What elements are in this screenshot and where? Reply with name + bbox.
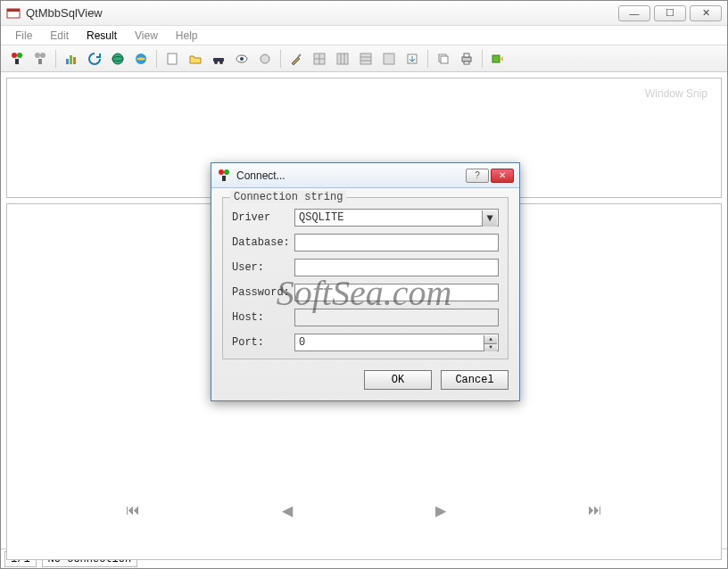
svg-rect-37 [492, 55, 500, 62]
menu-help[interactable]: Help [167, 28, 207, 44]
password-label: Password: [232, 286, 294, 299]
copy-icon[interactable] [433, 48, 454, 70]
dialog-button-row: OK Cancel [222, 370, 509, 390]
svg-rect-34 [462, 57, 471, 62]
svg-rect-7 [38, 59, 42, 64]
grid4-icon[interactable] [378, 48, 400, 70]
toolbar-separator [156, 50, 157, 68]
svg-rect-9 [70, 55, 72, 64]
user-label: User: [232, 261, 294, 274]
connection-groupbox: Connection string Driver QSQLITE ▼ Datab… [222, 197, 509, 359]
dialog-close-button[interactable]: ✕ [491, 169, 514, 183]
menu-view[interactable]: View [126, 28, 167, 44]
last-page-icon[interactable]: ⏭ [588, 502, 602, 518]
host-label: Host: [232, 311, 294, 324]
prev-page-icon[interactable]: ◀ [282, 502, 293, 519]
toolbar [1, 45, 727, 72]
tools-icon[interactable] [285, 48, 307, 70]
stop-icon[interactable] [254, 48, 276, 70]
password-input[interactable] [294, 284, 499, 301]
svg-rect-10 [73, 57, 76, 64]
run-icon[interactable] [487, 48, 509, 70]
toolbar-separator [482, 50, 483, 68]
connect-icon[interactable] [6, 48, 28, 70]
grid2-icon[interactable] [332, 48, 353, 70]
svg-point-11 [112, 54, 123, 64]
car-icon[interactable] [208, 48, 229, 70]
app-icon [6, 6, 21, 21]
titlebar: QtMbbSqlView — ☐ ✕ [1, 1, 727, 26]
svg-point-16 [214, 61, 218, 64]
driver-label: Driver [232, 211, 294, 224]
ie-icon[interactable] [130, 48, 152, 70]
user-input[interactable] [294, 259, 499, 276]
svg-rect-1 [7, 9, 20, 12]
svg-rect-4 [15, 59, 19, 64]
next-page-icon[interactable]: ▶ [435, 502, 446, 519]
refresh-icon[interactable] [84, 48, 105, 70]
cancel-button[interactable]: Cancel [441, 370, 509, 390]
svg-point-39 [224, 169, 229, 175]
svg-rect-14 [168, 54, 177, 64]
groupbox-legend: Connection string [230, 191, 346, 203]
svg-rect-27 [360, 54, 371, 64]
toolbar-separator [427, 50, 428, 68]
port-value: 0 [299, 336, 305, 349]
svg-rect-33 [441, 56, 448, 63]
dialog-body: Connection string Driver QSQLITE ▼ Datab… [211, 188, 519, 400]
grid3-icon[interactable] [355, 48, 376, 70]
traffic-light-icon [217, 169, 231, 183]
dialog-titlebar: Connect... ? ✕ [211, 163, 519, 188]
maximize-button[interactable]: ☐ [654, 5, 686, 21]
database-label: Database: [232, 236, 294, 249]
globe-icon[interactable] [107, 48, 128, 70]
menu-result[interactable]: Result [78, 28, 126, 44]
document-icon[interactable] [161, 48, 183, 70]
svg-rect-8 [66, 59, 69, 64]
first-page-icon[interactable]: ⏮ [126, 502, 140, 518]
print-icon[interactable] [456, 48, 477, 70]
ok-button[interactable]: OK [364, 370, 432, 390]
svg-rect-36 [464, 62, 469, 64]
toolbar-separator [55, 50, 56, 68]
database-input[interactable] [294, 234, 499, 252]
svg-point-19 [240, 57, 244, 61]
svg-rect-24 [337, 54, 348, 64]
svg-point-6 [40, 53, 46, 58]
eye-icon[interactable] [231, 48, 252, 70]
disconnect-icon[interactable] [29, 48, 51, 70]
port-label: Port: [232, 336, 294, 349]
svg-point-20 [261, 54, 269, 63]
toolbar-separator [280, 50, 281, 68]
grid1-icon[interactable] [309, 48, 330, 70]
window-snip-label: Window Snip [645, 87, 707, 100]
spinner-up-icon[interactable]: ▲ [484, 335, 497, 344]
chevron-down-icon[interactable]: ▼ [482, 210, 497, 227]
driver-combobox[interactable]: QSQLITE ▼ [294, 209, 499, 227]
driver-value: QSQLITE [299, 211, 343, 224]
svg-rect-40 [222, 176, 226, 181]
host-input[interactable] [294, 309, 499, 326]
svg-point-5 [35, 53, 40, 58]
svg-point-3 [17, 53, 22, 58]
close-button[interactable]: ✕ [690, 5, 722, 21]
menu-file[interactable]: File [6, 28, 41, 44]
chart-icon[interactable] [61, 48, 82, 70]
dialog-title: Connect... [236, 169, 466, 182]
navigation-bar: ⏮ ◀ ▶ ⏭ [1, 497, 727, 524]
menubar: File Edit Result View Help [1, 26, 727, 45]
svg-rect-30 [384, 54, 394, 64]
svg-point-2 [12, 53, 17, 58]
svg-rect-35 [464, 54, 469, 57]
minimize-button[interactable]: — [618, 5, 650, 21]
dialog-help-button[interactable]: ? [466, 169, 489, 183]
window-controls: — ☐ ✕ [618, 5, 722, 21]
svg-point-17 [219, 61, 223, 64]
export-icon[interactable] [401, 48, 423, 70]
menu-edit[interactable]: Edit [41, 28, 78, 44]
folder-open-icon[interactable] [185, 48, 206, 70]
connect-dialog: Connect... ? ✕ Connection string Driver … [211, 162, 520, 401]
port-spinner[interactable]: 0 ▲ ▼ [294, 334, 499, 351]
app-title: QtMbbSqlView [26, 6, 618, 20]
spinner-down-icon[interactable]: ▼ [484, 344, 497, 352]
